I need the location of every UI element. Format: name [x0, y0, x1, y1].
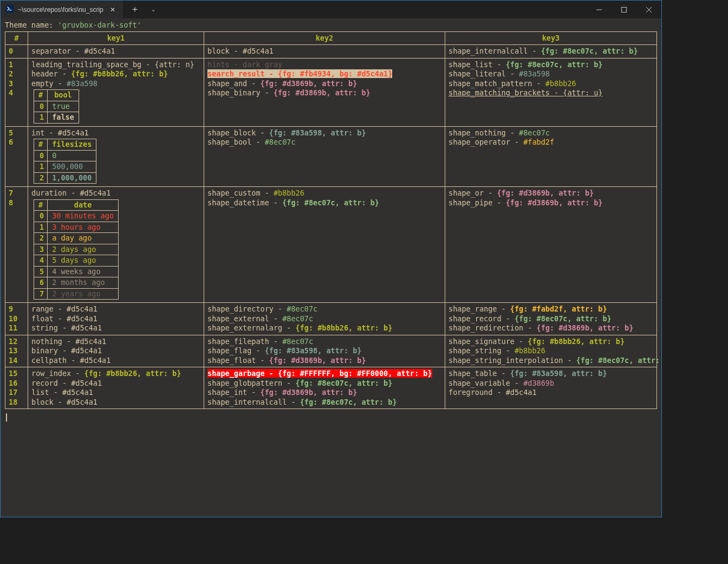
cell-k3: shape_table - {fg: #83a598, attr: b}shap…	[445, 367, 657, 409]
cell-k3: shape_internalcall - {fg: #8ec07c, attr:…	[445, 45, 657, 59]
table-row: 45 days ago	[34, 255, 119, 267]
table-row: 15161718row_index - {fg: #b8bb26, attr: …	[5, 367, 657, 409]
header-key3: key3	[445, 31, 657, 45]
terminal-cursor	[5, 409, 657, 424]
cell-k1: leading_trailing_space_bg - {attr: n}hea…	[28, 58, 204, 126]
date-subtable: #date030 minutes ago13 hours ago2a day a…	[34, 199, 119, 300]
terminal-output[interactable]: Theme name: 'gruvbox-dark-soft' # key1 k…	[1, 18, 661, 517]
new-tab-button[interactable]: ＋	[123, 4, 147, 15]
filesize-subtable: #filesizes001500,00021,000,000	[34, 139, 96, 184]
cell-k2: block - #d5c4a1	[204, 45, 445, 59]
row-index: 78	[5, 187, 28, 303]
table-row: 62 months ago	[34, 277, 119, 289]
table-row: 78duration - #d5c4a1#date030 minutes ago…	[5, 187, 657, 303]
cell-k2: shape_custom - #b8bb26shape_datetime - {…	[204, 187, 445, 303]
table-row: 121314nothing - #d5c4a1binary - #d5c4a1c…	[5, 335, 657, 367]
theme-label: Theme name:	[5, 21, 58, 29]
theme-name-line: Theme name: 'gruvbox-dark-soft'	[5, 21, 657, 30]
table-row: 030 minutes ago	[34, 211, 119, 222]
cell-k2: shape_block - {fg: #83a598, attr: b}shap…	[204, 126, 445, 187]
table-row: 56int - #d5c4a1#filesizes001500,00021,00…	[5, 126, 657, 187]
cell-k1: range - #d5c4a1float - #d5c4a1string - #…	[28, 303, 204, 335]
cell-k3: shape_range - {fg: #fabd2f, attr: b}shap…	[445, 303, 657, 335]
tab-title: ~\source\repos\forks\nu_scrip	[18, 6, 103, 14]
table-row: 91011range - #d5c4a1float - #d5c4a1strin…	[5, 303, 657, 335]
powershell-icon	[6, 5, 14, 14]
table-row: 0true	[34, 101, 79, 112]
terminal-tab[interactable]: ~\source\repos\forks\nu_scrip ✕	[1, 1, 123, 18]
header-index: #	[5, 31, 28, 45]
table-row: 2a day ago	[34, 233, 119, 244]
cell-k2: shape_directory - #8ec07cshape_external …	[204, 303, 445, 335]
cell-k3: shape_signature - {fg: #b8bb26, attr: b}…	[445, 335, 657, 367]
row-index: 91011	[5, 303, 28, 335]
cell-k2: shape_filepath - #8ec07cshape_flag - {fg…	[204, 335, 445, 367]
titlebar: ~\source\repos\forks\nu_scrip ✕ ＋ ⌄	[1, 1, 661, 18]
svg-rect-1	[622, 7, 627, 12]
row-index: 15161718	[5, 367, 28, 409]
maximize-button[interactable]	[612, 1, 636, 18]
tab-dropdown-button[interactable]: ⌄	[147, 7, 160, 12]
bool-subtable: #bool0true1false	[34, 89, 79, 124]
cell-k2: hints - dark_graysearch_result - {fg: #f…	[204, 58, 445, 126]
header-key2: key2	[204, 31, 445, 45]
window-frame: ~\source\repos\forks\nu_scrip ✕ ＋ ⌄ Them…	[0, 0, 662, 517]
window-controls	[587, 1, 661, 18]
row-index: 56	[5, 126, 28, 187]
tab-close-button[interactable]: ✕	[108, 5, 118, 15]
cell-k1: nothing - #d5c4a1binary - #d5c4a1cellpat…	[28, 335, 204, 367]
theme-value: 'gruvbox-dark-soft'	[58, 21, 141, 29]
row-index: 1234	[5, 58, 28, 126]
cell-k2: shape_garbage - {fg: #FFFFFF, bg: #FF000…	[204, 367, 445, 409]
cell-k1: row_index - {fg: #b8bb26, attr: b}record…	[28, 367, 204, 409]
table-row: 1false	[34, 112, 79, 124]
theme-table: # key1 key2 key3 0separator - #d5c4a1blo…	[5, 31, 657, 410]
table-row: 13 hours ago	[34, 222, 119, 233]
table-row: 32 days ago	[34, 244, 119, 255]
table-row: 1500,000	[34, 161, 96, 173]
table-row: 72 years ago	[34, 288, 119, 300]
cell-k3: shape_or - {fg: #d3869b, attr: b}shape_p…	[445, 187, 657, 303]
table-row: 54 weeks ago	[34, 266, 119, 277]
cell-k3: shape_list - {fg: #8ec07c, attr: b}shape…	[445, 58, 657, 126]
cell-k1: duration - #d5c4a1#date030 minutes ago13…	[28, 187, 204, 303]
row-index: 0	[5, 45, 28, 59]
header-key1: key1	[28, 31, 204, 45]
cell-k3: shape_nothing - #8ec07cshape_operator - …	[445, 126, 657, 187]
table-row: 0separator - #d5c4a1block - #d5c4a1shape…	[5, 45, 657, 59]
table-row: 21,000,000	[34, 172, 96, 184]
cell-k1: separator - #d5c4a1	[28, 45, 204, 59]
minimize-button[interactable]	[587, 1, 612, 18]
cell-k1: int - #d5c4a1#filesizes001500,00021,000,…	[28, 126, 204, 187]
close-button[interactable]	[636, 1, 661, 18]
table-row: 00	[34, 150, 96, 161]
row-index: 121314	[5, 335, 28, 367]
table-row: 1234leading_trailing_space_bg - {attr: n…	[5, 58, 657, 126]
